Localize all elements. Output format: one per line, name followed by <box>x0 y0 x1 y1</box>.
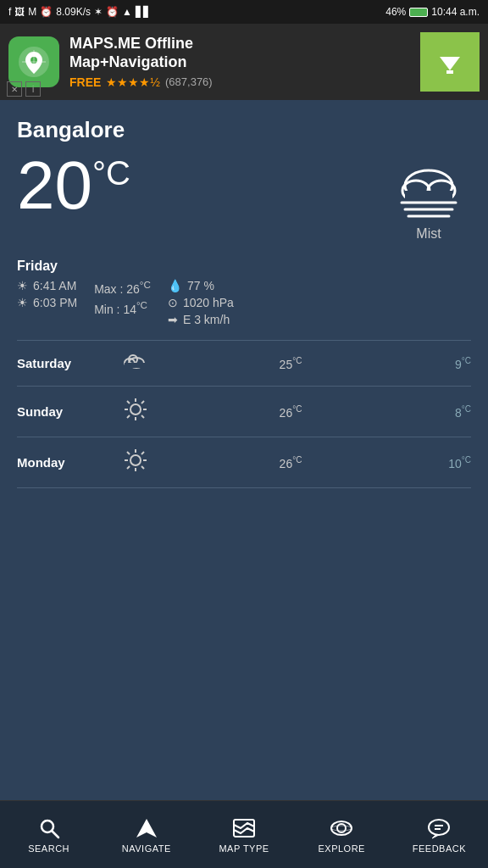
current-weather: 20°C Mist <box>17 152 471 242</box>
download-icon <box>433 45 467 79</box>
condition-label: Mist <box>416 226 441 242</box>
min-max-temps: Max : 26°C Min : 14°C <box>94 279 151 326</box>
weather-content: Bangalore 20°C Mist Friday <box>0 100 488 497</box>
pressure-value: 1020 hPa <box>183 296 234 309</box>
svg-point-26 <box>130 455 141 465</box>
app-info: MAPS.ME Offline Map+Navigation FREE ★★★★… <box>69 35 412 88</box>
sunny-icon-monday <box>123 448 148 473</box>
signal-icon: ▋▋ <box>136 6 151 18</box>
clock-icon: ⏰ <box>40 6 53 18</box>
forecast-icon-saturday <box>110 351 161 376</box>
feedback-icon <box>427 816 451 840</box>
svg-line-33 <box>141 452 144 454</box>
app-reviews: (687,376) <box>165 75 213 88</box>
svg-marker-4 <box>440 57 460 70</box>
clock-display: 10:44 a.m. <box>431 6 480 18</box>
wifi-icon: ▲ <box>122 6 132 18</box>
map-type-label: MAP TYPE <box>219 843 269 854</box>
ad-banner: MAPS.ME Offline Map+Navigation FREE ★★★★… <box>0 24 488 100</box>
forecast-row-sunday: Sunday 26°C 8°C <box>17 387 471 437</box>
app-title: MAPS.ME Offline <box>69 35 412 53</box>
sunrise-icon: ☀ <box>17 279 28 292</box>
feedback-label: FEEDBACK <box>413 843 466 854</box>
bluetooth-icon: ✶ <box>94 6 103 18</box>
svg-point-42 <box>429 820 449 835</box>
forecast-max-saturday: 25°C <box>161 356 420 371</box>
friday-details: ☀ 6:41 AM ☀ 6:03 PM Max : 26°C Min : 14°… <box>17 279 471 326</box>
mist-weather-icon <box>386 160 471 220</box>
photos-icon: 🖼 <box>14 6 25 18</box>
temperature-display: 20°C <box>17 152 130 220</box>
info-btn[interactable]: i <box>25 81 41 97</box>
nav-explore[interactable]: EXPLORE <box>293 816 391 854</box>
app-subtitle: Map+Navigation <box>69 53 412 72</box>
svg-line-32 <box>141 466 144 469</box>
svg-line-34 <box>127 466 130 469</box>
status-right: 46% 10:44 a.m. <box>385 6 480 18</box>
humidity-row: 💧 77 % <box>168 279 234 292</box>
svg-line-31 <box>127 452 130 454</box>
humidity-value: 77 % <box>187 279 214 292</box>
gmail-icon: M <box>28 6 36 18</box>
app-free-label: FREE <box>69 75 101 89</box>
humidity-icon: 💧 <box>168 279 182 292</box>
nav-feedback[interactable]: FEEDBACK <box>391 816 488 854</box>
forecast-max-sunday: 26°C <box>161 404 420 420</box>
weather-stats: 💧 77 % ⊙ 1020 hPa ➡ E 3 km/h <box>168 279 234 326</box>
pressure-row: ⊙ 1020 hPa <box>168 296 234 309</box>
forecast-min-monday: 10°C <box>420 455 471 470</box>
temp-unit: °C <box>92 154 130 192</box>
wind-value: E 3 km/h <box>183 313 230 326</box>
weather-icon-area: Mist <box>386 152 471 242</box>
svg-line-22 <box>127 401 130 403</box>
bottom-nav: SEARCH NAVIGATE MAP TYPE EXPLORE <box>0 800 488 868</box>
nav-search[interactable]: SEARCH <box>0 816 97 854</box>
min-temp-row: Min : 14°C <box>94 299 151 316</box>
app-meta: FREE ★★★★½ (687,376) <box>69 75 412 89</box>
navigate-icon <box>135 816 158 840</box>
svg-point-17 <box>130 404 141 415</box>
search-label: SEARCH <box>28 843 69 854</box>
map-type-icon <box>232 816 256 840</box>
close-ad-btn[interactable]: ✕ <box>7 81 22 97</box>
navigate-label: NAVIGATE <box>122 843 171 854</box>
max-temp-row: Max : 26°C <box>94 279 151 296</box>
sunrise-time: 6:41 AM <box>33 279 76 292</box>
forecast-min-sunday: 8°C <box>420 404 471 420</box>
friday-label: Friday <box>17 259 471 274</box>
forecast-day-saturday: Saturday <box>17 356 110 370</box>
speed-indicator: 8.09K/s <box>56 6 91 18</box>
wind-icon: ➡ <box>168 313 178 326</box>
status-left: f 🖼 M ⏰ 8.09K/s ✶ ⏰ ▲ ▋▋ <box>8 6 151 18</box>
forecast-row-monday: Monday 26°C 10°C <box>17 437 471 488</box>
sun-times: ☀ 6:41 AM ☀ 6:03 PM <box>17 279 77 326</box>
svg-rect-16 <box>125 363 147 368</box>
app-icon <box>8 36 59 87</box>
svg-marker-37 <box>136 819 157 837</box>
search-icon <box>37 816 61 840</box>
svg-line-25 <box>127 415 130 418</box>
cloudy-icon <box>123 351 148 371</box>
forecast-max-monday: 26°C <box>161 455 420 470</box>
forecast-day-sunday: Sunday <box>17 404 110 419</box>
nav-navigate[interactable]: NAVIGATE <box>97 816 195 854</box>
temperature-value: 20°C <box>17 147 130 223</box>
svg-line-24 <box>141 401 144 403</box>
svg-rect-38 <box>234 820 254 837</box>
battery-percent: 46% <box>385 6 406 18</box>
star-rating: ★★★★½ <box>106 75 160 89</box>
nav-map-type[interactable]: MAP TYPE <box>195 816 292 854</box>
facebook-icon: f <box>8 6 11 18</box>
forecast-row-saturday: Saturday 25°C 9°C <box>17 341 471 387</box>
city-name: Bangalore <box>17 117 471 143</box>
forecast-min-saturday: 9°C <box>420 356 471 371</box>
svg-point-41 <box>331 826 352 831</box>
explore-label: EXPLORE <box>318 843 364 854</box>
download-button[interactable] <box>420 32 480 92</box>
sunrise-row: ☀ 6:41 AM <box>17 279 77 292</box>
explore-icon <box>330 816 353 840</box>
battery-icon <box>409 8 428 17</box>
svg-line-36 <box>52 831 58 837</box>
sunset-icon: ☀ <box>17 296 28 309</box>
status-bar: f 🖼 M ⏰ 8.09K/s ✶ ⏰ ▲ ▋▋ 46% 10:44 a.m. <box>0 0 488 24</box>
